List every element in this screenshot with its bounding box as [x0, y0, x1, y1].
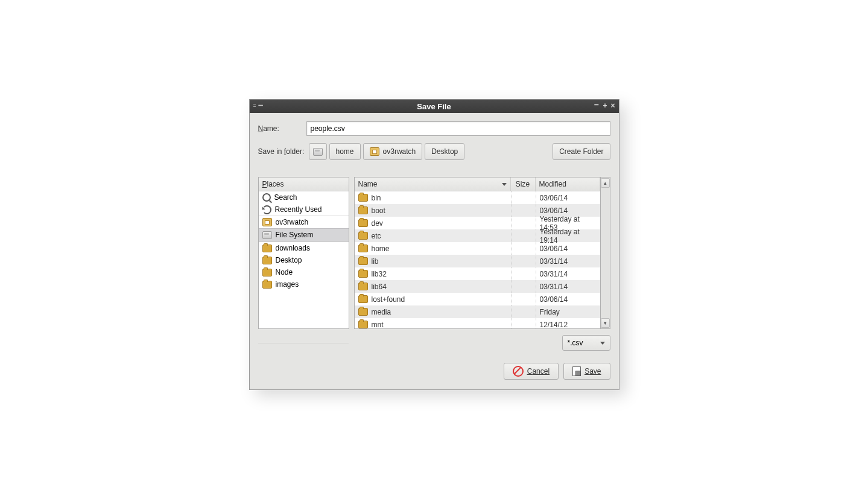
file-size: [512, 242, 536, 255]
dialog-body: Name: Save in folder: home ov3rwatch Des…: [250, 113, 619, 389]
folder-row: Save in folder: home ov3rwatch Desktop C…: [258, 143, 610, 160]
places-item-images[interactable]: images: [259, 278, 349, 290]
folder-icon: [262, 257, 272, 264]
folder-icon: [262, 269, 272, 276]
file-modified: 03/06/14: [536, 293, 600, 305]
save-button[interactable]: Save: [563, 363, 610, 380]
folder-icon: [358, 270, 368, 278]
file-size: [512, 217, 536, 229]
search-icon: [262, 193, 271, 202]
save-label: Save: [584, 367, 601, 376]
file-row[interactable]: lib6403/31/14: [355, 280, 600, 293]
filetype-row: *.csv: [258, 335, 610, 351]
place-label: ov3rwatch: [276, 218, 309, 226]
grip-icon[interactable]: ::: [253, 102, 256, 109]
file-modified: 03/06/14: [536, 191, 600, 204]
place-label: downloads: [276, 244, 310, 252]
file-row[interactable]: etcYesterday at 19:14: [355, 229, 600, 242]
places-item-downloads[interactable]: downloads: [259, 241, 349, 254]
file-name: boot: [372, 206, 385, 215]
footer-separator: [258, 342, 349, 344]
file-row[interactable]: lib3203/31/14: [355, 267, 600, 280]
breadcrumb-desktop-button[interactable]: Desktop: [425, 143, 464, 160]
file-header: Name Size Modified: [355, 177, 600, 191]
folder-icon: [358, 321, 368, 328]
file-name: dev: [372, 219, 383, 228]
minimize-icon[interactable]: ‒: [594, 100, 599, 110]
places-search[interactable]: Search: [259, 191, 349, 203]
file-size: [512, 191, 536, 204]
folder-label: Save in folder:: [258, 147, 306, 156]
file-size: [512, 280, 536, 293]
folder-icon: [358, 232, 368, 240]
folder-icon: [358, 295, 368, 303]
file-name: lib32: [372, 270, 387, 278]
breadcrumb-home-button[interactable]: home: [329, 143, 361, 160]
places-list: Search Recently Used ov3rwatchFile Syste…: [259, 191, 349, 328]
breadcrumb-user-label: ov3rwatch: [383, 147, 416, 156]
places-item-ov3rwatch[interactable]: ov3rwatch: [259, 216, 349, 228]
folder-icon: [262, 281, 272, 289]
file-row[interactable]: lib03/31/14: [355, 255, 600, 267]
close-icon[interactable]: ×: [610, 101, 615, 110]
name-row: Name:: [258, 121, 610, 136]
folder-icon: [358, 308, 368, 316]
file-size: [512, 293, 536, 305]
cancel-icon: [513, 366, 524, 377]
titlebar-right-controls: ‒ + ×: [594, 101, 615, 110]
title-bar[interactable]: :: ‒ Save File ‒ + ×: [250, 100, 619, 113]
file-size: [512, 318, 536, 328]
panes: Places Search Recently Used ov3rwatchFil…: [258, 177, 610, 329]
breadcrumb-user-button[interactable]: ov3rwatch: [363, 143, 423, 160]
filetype-value: *.csv: [568, 339, 583, 347]
folder-icon: [358, 257, 368, 265]
name-label: Name:: [258, 124, 306, 133]
file-size: [512, 267, 536, 280]
cancel-button[interactable]: Cancel: [504, 363, 559, 380]
file-size: [512, 229, 536, 242]
file-row[interactable]: home03/06/14: [355, 242, 600, 255]
folder-icon: [358, 219, 368, 227]
column-modified-header[interactable]: Modified: [536, 177, 600, 191]
file-name: bin: [372, 194, 381, 202]
places-item-node[interactable]: Node: [259, 266, 349, 278]
titlebar-dash-icon[interactable]: ‒: [258, 100, 263, 109]
place-label: images: [276, 280, 299, 289]
column-name-header[interactable]: Name: [355, 177, 511, 191]
file-size: [512, 255, 536, 267]
file-row[interactable]: mnt12/14/12: [355, 318, 600, 328]
file-modified: 03/31/14: [536, 255, 600, 267]
places-recent-label: Recently Used: [275, 205, 322, 214]
file-row[interactable]: mediaFriday: [355, 305, 600, 318]
cancel-label: Cancel: [527, 367, 550, 376]
file-modified: Yesterday at 19:14: [536, 229, 600, 242]
file-name: media: [372, 308, 391, 316]
file-list[interactable]: bin03/06/14boot03/06/14devYesterday at 1…: [355, 191, 600, 328]
files-panel: Name Size Modified bin03/06/14boot03/06/…: [354, 177, 601, 329]
file-modified: 12/14/12: [536, 318, 600, 328]
create-folder-button[interactable]: Create Folder: [553, 143, 610, 160]
file-row[interactable]: bin03/06/14: [355, 191, 600, 204]
maximize-icon[interactable]: +: [603, 101, 607, 110]
filename-input[interactable]: [306, 121, 610, 136]
places-recent[interactable]: Recently Used: [259, 203, 349, 216]
breadcrumb-root-button[interactable]: [309, 143, 327, 160]
vertical-scrollbar[interactable]: ▴ ▾: [601, 177, 610, 329]
disk-icon: [313, 148, 323, 156]
places-item-file-system[interactable]: File System: [259, 228, 349, 241]
places-item-desktop[interactable]: Desktop: [259, 254, 349, 266]
filetype-dropdown[interactable]: *.csv: [562, 335, 610, 351]
file-name: etc: [372, 232, 381, 240]
files-wrap: Name Size Modified bin03/06/14boot03/06/…: [354, 177, 610, 329]
file-row[interactable]: lost+found03/06/14: [355, 293, 600, 305]
titlebar-left-controls: :: ‒: [253, 102, 263, 109]
file-name: lost+found: [372, 295, 405, 304]
places-header[interactable]: Places: [259, 177, 349, 191]
save-icon: [572, 366, 581, 376]
scroll-up-button[interactable]: ▴: [601, 178, 610, 188]
file-size: [512, 204, 536, 217]
column-size-header[interactable]: Size: [511, 177, 536, 191]
scroll-down-button[interactable]: ▾: [601, 318, 610, 328]
file-name: lib: [372, 257, 379, 266]
folder-icon: [358, 194, 368, 202]
